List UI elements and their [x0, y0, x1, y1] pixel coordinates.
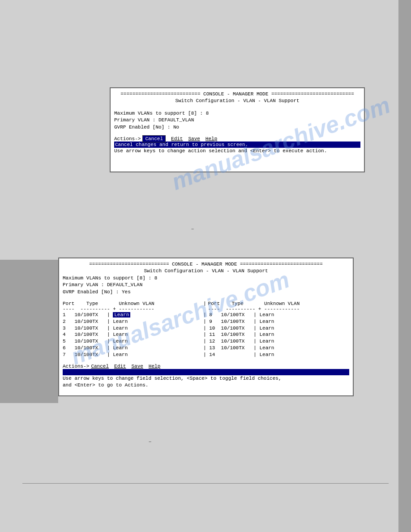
terminal2-title1: =========================== CONSOLE - MA…: [63, 261, 349, 268]
terminal2-line2: Primary VLAN : DEFAULT_VLAN: [63, 282, 349, 288]
learn-highlight: Learn: [113, 312, 130, 317]
terminal1-title1: =========================== CONSOLE - MA…: [114, 91, 360, 98]
terminal2-port-header: Port Type Unknown VLAN | Port Type Unkno…: [63, 301, 349, 306]
terminal2-col-right-header: Port Type Unknown VLAN: [208, 301, 300, 306]
terminal1-help-label[interactable]: Help: [206, 136, 217, 142]
terminal1-cancel-button[interactable]: Cancel: [142, 136, 166, 142]
port-right-2: | 10 10/100TX | Learn: [203, 325, 274, 332]
port-row-3: 4 10/100TX | Learn| 11 10/100TX | Learn: [63, 331, 349, 338]
port-row-2: 3 10/100TX | Learn| 10 10/100TX | Learn: [63, 325, 349, 332]
port-row-0: 1 10/100TX | Learn| 8 10/100TX | Learn: [63, 312, 349, 318]
terminal1-actions-row: Actions-> Cancel Edit Save Help: [114, 136, 360, 142]
terminal2-dash-left: ---- ---------- + ------------: [63, 306, 201, 312]
port-right-1: | 9 10/100TX | Learn: [203, 318, 274, 325]
terminal2-dash-sep: [203, 306, 206, 312]
terminal2-actions-row: Actions-> Cancel Edit Save Help: [63, 364, 349, 369]
terminal2-status-empty: [63, 369, 349, 375]
terminal2-line1: Maximum VLANs to support [8] : 8: [63, 275, 349, 282]
port-right-4: | 12 10/100TX | Learn: [203, 338, 274, 345]
terminal1-save-label[interactable]: Save: [188, 136, 200, 142]
right-sidebar: [398, 0, 411, 532]
terminal2-line3: GVRP Enabled [No] : Yes: [63, 289, 349, 296]
port-right-0: | 8 10/100TX | Learn: [203, 312, 274, 318]
terminal2-cancel-button[interactable]: Cancel: [91, 364, 109, 369]
left-sidebar: [0, 260, 58, 403]
terminal2-edit-label[interactable]: Edit: [114, 364, 126, 369]
port-left-1: 2 10/100TX | Learn: [63, 318, 201, 325]
port-row-5: 6 10/100TX | Learn| 13 10/100TX | Learn: [63, 345, 349, 352]
port-left-4: 5 10/100TX | Learn: [63, 338, 201, 345]
terminal2-dash-right: ---- ---------- + ------------: [208, 306, 300, 312]
terminal1-cancel-label[interactable]: Cancel: [142, 135, 166, 142]
terminal1-line2: Primary VLAN : DEFAULT_VLAN: [114, 117, 360, 124]
terminal1-title2: Switch Configuration - VLAN - VLAN Suppo…: [114, 98, 360, 104]
port-right-3: | 11 10/100TX | Learn: [203, 331, 274, 338]
port-right-5: | 13 10/100TX | Learn: [203, 345, 274, 352]
terminal1-line3: GVRP Enabled [No] : No: [114, 124, 360, 131]
terminal1-status2: Use arrow keys to change action selectio…: [114, 148, 360, 154]
terminal2-status3: and <Enter> to go to Actions.: [63, 382, 349, 389]
terminal2-dash-row: ---- ---------- + ------------ ---- ----…: [63, 306, 349, 312]
port-left-6: 7 10/100TX | Learn: [63, 352, 201, 358]
terminal2-save-label[interactable]: Save: [131, 364, 143, 369]
port-row-6: 7 10/100TX | Learn| 14 | Learn: [63, 352, 349, 358]
port-left-3: 4 10/100TX | Learn: [63, 331, 201, 338]
terminal-window-2: =========================== CONSOLE - MA…: [58, 257, 354, 396]
port-right-6: | 14 | Learn: [203, 352, 274, 358]
port-left-0: 1 10/100TX | Learn: [63, 312, 201, 318]
port-left-5: 6 10/100TX | Learn: [63, 345, 201, 352]
terminal-window-1: =========================== CONSOLE - MA…: [110, 87, 365, 172]
port-rows: 1 10/100TX | Learn| 8 10/100TX | Learn2 …: [63, 312, 349, 358]
port-row-4: 5 10/100TX | Learn| 12 10/100TX | Learn: [63, 338, 349, 345]
terminal2-help-label[interactable]: Help: [149, 364, 160, 369]
terminal2-actions-label: Actions->: [63, 364, 89, 369]
terminal2-col-left-header: Port Type Unknown VLAN: [63, 301, 201, 306]
terminal1-line1: Maximum VLANs to support [8] : 8: [114, 110, 360, 117]
bottom-rule: [22, 483, 389, 484]
terminal2-title2: Switch Configuration - VLAN - VLAN Suppo…: [63, 268, 349, 275]
terminal2-col-sep: |: [203, 301, 206, 306]
separator-1: –: [188, 226, 197, 232]
terminal1-status1: Cancel changes and return to previous sc…: [114, 142, 360, 148]
port-row-1: 2 10/100TX | Learn| 9 10/100TX | Learn: [63, 318, 349, 325]
separator-2: –: [146, 439, 154, 445]
terminal1-actions-label: Actions->: [114, 136, 141, 142]
terminal2-status2: Use arrow keys to change field selection…: [63, 375, 349, 382]
terminal1-edit-label[interactable]: Edit: [171, 136, 183, 142]
port-left-2: 3 10/100TX | Learn: [63, 325, 201, 332]
